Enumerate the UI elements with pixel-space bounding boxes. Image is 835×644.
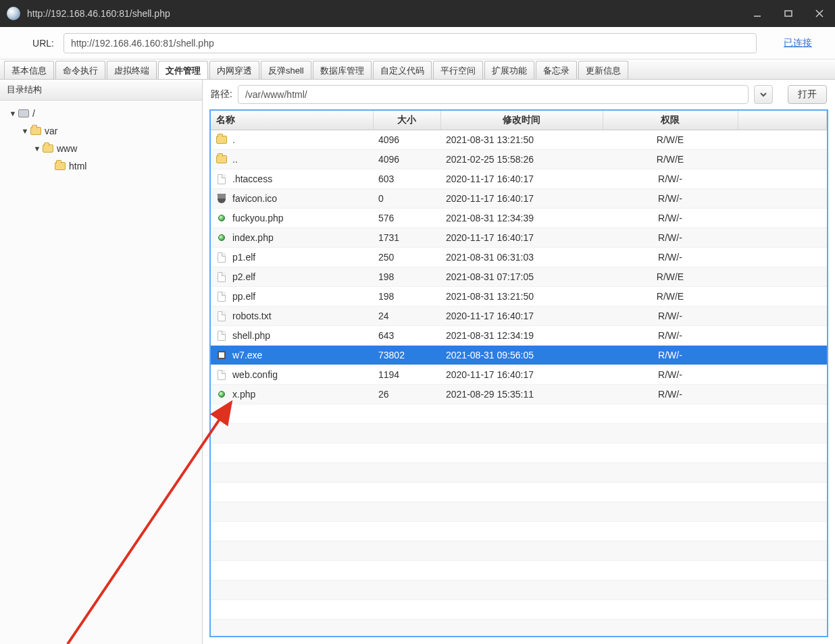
connection-status-link[interactable]: 已连接 — [784, 37, 812, 49]
tree-node[interactable]: ▼www — [3, 140, 199, 157]
table-row-blank — [211, 620, 827, 638]
file-name: w7.exe — [232, 350, 262, 360]
url-bar: URL: 已连接 — [0, 27, 835, 59]
window-maximize-button[interactable] — [773, 0, 804, 27]
table-row[interactable]: w7.exe738022021-08-31 09:56:05R/W/- — [211, 346, 827, 365]
tree-toggle-icon[interactable]: ▼ — [20, 127, 30, 135]
main-tabs: 基本信息命令执行虚拟终端文件管理内网穿透反弹shell数据库管理自定义代码平行空… — [0, 59, 835, 80]
table-row[interactable]: robots.txt242020-11-17 16:40:17R/W/- — [211, 306, 827, 326]
table-row-blank — [211, 444, 827, 463]
window-close-button[interactable] — [804, 0, 835, 27]
table-row[interactable]: index.php17312020-11-17 16:40:17R/W/- — [211, 228, 827, 248]
tree-node[interactable]: ▼/ — [3, 105, 199, 122]
tab-10[interactable]: 备忘录 — [536, 61, 577, 79]
tab-11[interactable]: 更新信息 — [578, 61, 628, 79]
table-row[interactable]: web.config11942020-11-17 16:40:17R/W/- — [211, 365, 827, 385]
tree-node[interactable]: html — [3, 157, 199, 175]
file-perm: R/W/- — [603, 385, 738, 404]
tab-9[interactable]: 扩展功能 — [484, 61, 534, 79]
tree-node-label: var — [45, 126, 57, 136]
file-mtime: 2020-11-17 16:40:17 — [440, 189, 603, 209]
file-perm: R/W/E — [603, 150, 738, 169]
file-size: 198 — [373, 287, 440, 306]
tab-5[interactable]: 反弹shell — [261, 61, 311, 79]
file-name: web.config — [232, 369, 278, 380]
file-icon — [216, 271, 227, 282]
table-row-blank — [211, 404, 827, 424]
file-icon — [216, 252, 227, 263]
tab-8[interactable]: 平行空间 — [433, 61, 483, 79]
php-file-icon — [216, 232, 227, 243]
path-input[interactable] — [238, 85, 749, 104]
table-row[interactable]: favicon.ico02020-11-17 16:40:17R/W/- — [211, 189, 827, 209]
table-row[interactable]: p1.elf2502021-08-31 06:31:03R/W/- — [211, 248, 827, 267]
file-icon — [216, 291, 227, 302]
file-perm: R/W/- — [603, 169, 738, 189]
file-mtime: 2020-11-17 16:40:17 — [440, 228, 603, 248]
tree-node[interactable]: ▼var — [3, 122, 199, 140]
path-bar: 路径: 打开 — [203, 80, 835, 109]
table-row[interactable]: pp.elf1982021-08-31 13:21:50R/W/E — [211, 287, 827, 306]
file-icon — [216, 369, 227, 380]
tab-3[interactable]: 文件管理 — [158, 61, 208, 79]
file-name: index.php — [232, 232, 274, 243]
folder-icon — [54, 161, 66, 171]
table-row-blank — [211, 483, 827, 502]
file-mtime: 2021-08-29 15:35:11 — [440, 385, 603, 404]
table-row[interactable]: fuckyou.php5762021-08-31 12:34:39R/W/- — [211, 209, 827, 228]
folder-icon — [216, 154, 227, 165]
disk-icon — [18, 108, 30, 119]
table-row[interactable]: p2.elf1982021-08-31 07:17:05R/W/E — [211, 267, 827, 287]
file-name: p1.elf — [232, 252, 255, 263]
file-size: 0 — [373, 189, 440, 209]
tree-node-label: www — [57, 143, 77, 154]
tab-4[interactable]: 内网穿透 — [209, 61, 259, 79]
tab-0[interactable]: 基本信息 — [4, 61, 54, 79]
table-row[interactable]: ..40962021-02-25 15:58:26R/W/E — [211, 150, 827, 169]
file-size: 576 — [373, 209, 440, 228]
app-icon — [7, 7, 20, 20]
col-header-size[interactable]: 大小 — [373, 111, 440, 130]
table-row-blank — [211, 600, 827, 620]
table-row[interactable]: .40962021-08-31 13:21:50R/W/E — [211, 130, 827, 150]
open-button[interactable]: 打开 — [788, 85, 827, 104]
file-perm: R/W/- — [603, 365, 738, 385]
file-perm: R/W/- — [603, 306, 738, 326]
file-mtime: 2021-08-31 13:21:50 — [440, 130, 603, 150]
table-row[interactable]: shell.php6432021-08-31 12:34:19R/W/- — [211, 326, 827, 346]
table-row[interactable]: .htaccess6032020-11-17 16:40:17R/W/- — [211, 169, 827, 189]
file-name: pp.elf — [232, 291, 255, 302]
directory-tree-panel: 目录结构 ▼/▼var▼wwwhtml — [0, 80, 203, 644]
col-header-time[interactable]: 修改时间 — [440, 111, 603, 130]
file-size: 603 — [373, 169, 440, 189]
url-input[interactable] — [64, 33, 757, 53]
tree-toggle-icon[interactable]: ▼ — [32, 144, 42, 153]
file-name: favicon.ico — [232, 193, 277, 204]
file-size: 250 — [373, 248, 440, 267]
tab-1[interactable]: 命令执行 — [55, 61, 105, 79]
table-row[interactable]: x.php262021-08-29 15:35:11R/W/- — [211, 385, 827, 404]
shield-icon — [216, 193, 227, 204]
table-row-blank — [211, 502, 827, 522]
file-mtime: 2021-08-31 06:31:03 — [440, 248, 603, 267]
file-size: 24 — [373, 306, 440, 326]
tree-toggle-icon[interactable]: ▼ — [8, 109, 18, 117]
table-row-blank — [211, 424, 827, 444]
folder-icon — [42, 143, 54, 154]
col-header-perm[interactable]: 权限 — [603, 111, 738, 130]
col-header-name[interactable]: 名称 — [211, 111, 373, 130]
tab-6[interactable]: 数据库管理 — [313, 61, 372, 79]
file-name: .. — [232, 154, 238, 165]
file-mtime: 2021-08-31 12:34:39 — [440, 209, 603, 228]
path-dropdown-button[interactable] — [754, 85, 773, 104]
window-minimize-button[interactable] — [742, 0, 773, 27]
tab-7[interactable]: 自定义代码 — [373, 61, 432, 79]
file-perm: R/W/- — [603, 209, 738, 228]
file-size: 1731 — [373, 228, 440, 248]
file-icon — [216, 330, 227, 341]
php-file-icon — [216, 389, 227, 400]
tab-2[interactable]: 虚拟终端 — [107, 61, 157, 79]
file-list-panel: 路径: 打开 名称 大小 修改时间 权限 .40962021-08-31 1 — [203, 80, 835, 644]
file-name: p2.elf — [232, 271, 255, 282]
file-mtime: 2020-11-17 16:40:17 — [440, 365, 603, 385]
